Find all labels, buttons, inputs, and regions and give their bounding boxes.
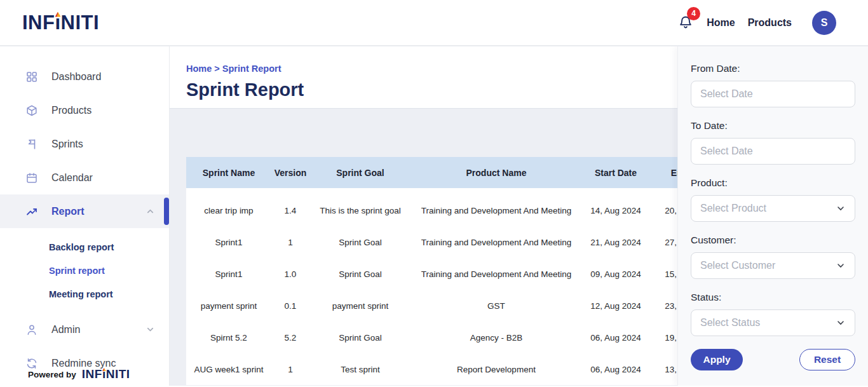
cell-sprint-name: clear trip imp xyxy=(186,206,271,215)
admin-person-icon xyxy=(25,323,38,336)
sidebar-label: Dashboard xyxy=(51,71,101,83)
dashboard-grid-icon xyxy=(25,71,38,83)
cell-product-name: Training and Development And Meeting xyxy=(411,206,581,215)
cell-start-date: 06, Aug 2024 xyxy=(581,365,650,374)
sidebar-item-products[interactable]: Products xyxy=(0,93,169,127)
sidebar-subitem-meeting-report[interactable]: Meeting report xyxy=(0,282,169,306)
cell-version: 0.1 xyxy=(271,301,309,311)
sidebar-subitem-sprint-report[interactable]: Sprint report xyxy=(0,259,169,282)
cell-product-name: Training and Development And Meeting xyxy=(411,238,581,247)
breadcrumb-home-link[interactable]: Home xyxy=(186,64,212,74)
sidebar-item-dashboard[interactable]: Dashboard xyxy=(0,60,169,93)
reset-button[interactable]: Reset xyxy=(799,349,855,370)
top-header: INFıNITI 4 Home Products S xyxy=(0,0,868,46)
column-header-sprint-goal: Sprint Goal xyxy=(309,168,411,178)
from-date-label: From Date: xyxy=(691,63,855,74)
chevron-down-icon xyxy=(836,261,846,271)
infiniti-logo: INFıNITI xyxy=(22,11,99,34)
cell-start-date: 06, Aug 2024 xyxy=(581,333,650,343)
table-row: clear trip imp 1.4 This is the sprint go… xyxy=(186,194,730,226)
sidebar-subitem-backlog-report[interactable]: Backlog report xyxy=(0,235,169,259)
to-date-placeholder: Select Date xyxy=(700,146,753,157)
nav-home-link[interactable]: Home xyxy=(707,17,735,29)
table-row: AUG week1 sprint 1 Test sprint Report De… xyxy=(186,353,730,385)
from-date-placeholder: Select Date xyxy=(700,88,753,100)
sidebar-item-sprints[interactable]: Sprints xyxy=(0,127,169,161)
cell-sprint-goal: Sprint Goal xyxy=(309,269,411,279)
table-row: Sprint1 1.0 Sprint Goal Training and Dev… xyxy=(186,258,730,290)
chevron-down-icon xyxy=(836,203,846,214)
column-header-start-date: Start Date xyxy=(581,168,650,178)
from-date-input[interactable]: Select Date xyxy=(691,81,855,107)
sprint-report-table: Sprint Name Version Sprint Goal Product … xyxy=(186,157,730,385)
status-select[interactable]: Select Status xyxy=(691,309,855,336)
main-content: Home > Sprint Report Sprint Report Sprin… xyxy=(170,46,868,386)
cell-version: 1.0 xyxy=(271,269,309,279)
cell-start-date: 12, Aug 2024 xyxy=(581,301,650,311)
user-avatar[interactable]: S xyxy=(812,11,836,35)
cell-sprint-name: Sprint1 xyxy=(186,269,271,279)
cell-product-name: Report Development xyxy=(411,365,581,374)
customer-select[interactable]: Select Customer xyxy=(691,252,855,279)
cell-sprint-name: Spirnt 5.2 xyxy=(186,333,271,343)
chevron-down-icon xyxy=(836,318,846,328)
breadcrumb: Home > Sprint Report xyxy=(186,64,281,74)
apply-button[interactable]: Apply xyxy=(691,349,743,370)
powered-by: Powered by INFıNITI xyxy=(28,367,130,381)
page-title: Sprint Report xyxy=(186,79,304,100)
sidebar-label: Products xyxy=(51,105,92,116)
products-cube-icon xyxy=(25,104,38,117)
column-header-product-name: Product Name xyxy=(411,168,581,178)
cell-product-name: Training and Development And Meeting xyxy=(411,269,581,279)
chevron-down-icon xyxy=(146,325,155,334)
product-label: Product: xyxy=(691,177,855,189)
sidebar-label: Admin xyxy=(51,324,80,336)
sidebar-label: Report xyxy=(51,206,85,217)
table-row: Spirnt 5.2 5.2 Sprint Goal Agency - B2B … xyxy=(186,322,730,353)
customer-placeholder: Select Customer xyxy=(700,260,775,271)
filter-panel: From Date: Select Date To Date: Select D… xyxy=(677,46,868,386)
cell-sprint-goal: This is the sprint goal xyxy=(309,206,411,215)
nav-products-link[interactable]: Products xyxy=(748,17,792,29)
sidebar: Dashboard Products Sprints xyxy=(0,46,170,386)
cell-start-date: 09, Aug 2024 xyxy=(581,269,650,279)
status-placeholder: Select Status xyxy=(700,317,760,329)
table-header-row: Sprint Name Version Sprint Goal Product … xyxy=(186,157,730,188)
cell-sprint-goal: payment sprint xyxy=(309,301,411,311)
powered-by-text: Powered by xyxy=(28,370,76,379)
cell-sprint-goal: Sprint Goal xyxy=(309,238,411,247)
notification-bell-button[interactable]: 4 xyxy=(677,15,694,31)
cell-version: 1 xyxy=(271,365,309,374)
status-label: Status: xyxy=(691,292,855,303)
column-header-sprint-name: Sprint Name xyxy=(186,168,271,178)
calendar-icon xyxy=(25,172,38,184)
logo-text-post: NITI xyxy=(61,11,100,34)
active-indicator-bar xyxy=(164,198,169,225)
sidebar-item-report[interactable]: Report xyxy=(0,194,169,228)
customer-label: Customer: xyxy=(691,234,855,246)
column-header-version: Version xyxy=(271,168,309,178)
cell-version: 1 xyxy=(271,238,309,247)
sprint-flag-icon xyxy=(25,138,38,151)
sidebar-item-admin[interactable]: Admin xyxy=(0,313,169,346)
cell-sprint-name: payment sprint xyxy=(186,301,271,311)
sidebar-item-calendar[interactable]: Calendar xyxy=(0,161,169,194)
cell-start-date: 21, Aug 2024 xyxy=(581,238,650,247)
cell-product-name: Agency - B2B xyxy=(411,333,581,343)
sidebar-label: Calendar xyxy=(51,172,93,184)
to-date-label: To Date: xyxy=(691,120,855,132)
product-placeholder: Select Product xyxy=(700,203,766,214)
product-select[interactable]: Select Product xyxy=(691,195,855,222)
breadcrumb-current: Sprint Report xyxy=(222,64,281,74)
chevron-up-icon xyxy=(146,207,155,216)
to-date-input[interactable]: Select Date xyxy=(691,138,855,165)
infiniti-logo-small: INFıNITI xyxy=(82,367,130,381)
table-row: payment sprint 0.1 payment sprint GST 12… xyxy=(186,290,730,322)
logo-text-pre: INF xyxy=(22,11,55,34)
header-actions: 4 Home Products S xyxy=(677,11,836,35)
breadcrumb-separator: > xyxy=(214,64,219,74)
filter-actions: Apply Reset xyxy=(691,349,855,370)
table-row: Sprint1 1 Sprint Goal Training and Devel… xyxy=(186,226,730,258)
cell-product-name: GST xyxy=(411,301,581,311)
report-trending-icon xyxy=(25,205,38,218)
